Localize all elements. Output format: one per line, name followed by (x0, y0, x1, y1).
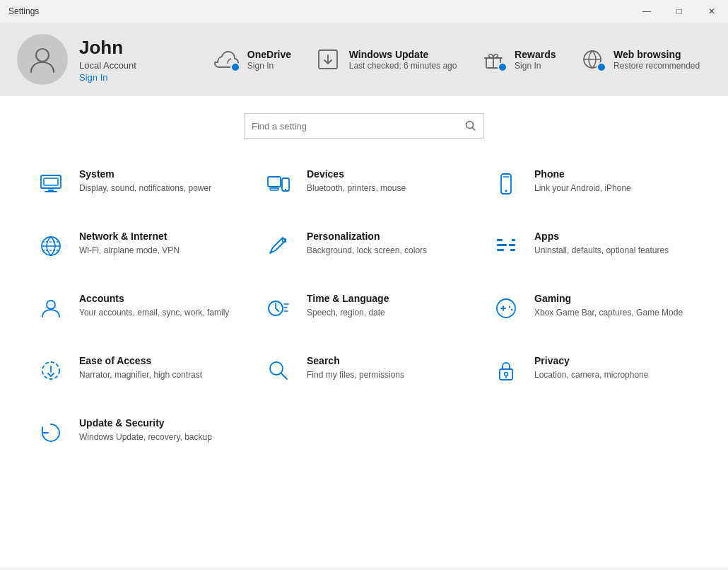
system-desc: Display, sound, notifications, power (79, 182, 211, 194)
accounts-name: Accounts (79, 293, 229, 304)
network-desc: Wi-Fi, airplane mode, VPN (79, 245, 180, 257)
svg-point-10 (285, 189, 286, 190)
web-browsing-desc: Restore recommended (613, 61, 700, 71)
search-bar (244, 113, 484, 139)
search-settings-icon (262, 354, 295, 388)
svg-point-15 (283, 239, 286, 243)
setting-update-security[interactable]: Update & Security Windows Update, recove… (28, 405, 245, 461)
rewards-icon-wrap (479, 45, 507, 74)
personalization-icon (262, 229, 295, 263)
svg-rect-17 (497, 244, 507, 246)
system-text: System Display, sound, notifications, po… (79, 167, 211, 194)
svg-point-22 (47, 301, 55, 309)
windows-update-icon-wrap (314, 45, 342, 74)
main-content: System Display, sound, notifications, po… (0, 144, 728, 567)
time-language-desc: Speech, region, date (307, 307, 389, 319)
setting-gaming[interactable]: Gaming Xbox Game Bar, captures, Game Mod… (483, 280, 700, 337)
system-icon (34, 167, 68, 201)
close-button[interactable]: ✕ (695, 0, 728, 23)
ease-of-access-desc: Narrator, magnifier, high contrast (79, 369, 202, 381)
profile-section: John Local Account Sign In (17, 34, 172, 85)
web-browsing-icon-wrap (578, 45, 606, 74)
service-rewards[interactable]: Rewards Sign In (474, 42, 561, 76)
settings-grid: System Display, sound, notifications, po… (28, 156, 700, 461)
network-text: Network & Internet Wi-Fi, airplane mode,… (79, 229, 180, 257)
setting-ease-of-access[interactable]: Ease of Access Narrator, magnifier, high… (28, 342, 245, 399)
svg-rect-16 (497, 239, 503, 241)
maximize-button[interactable]: □ (663, 0, 695, 23)
setting-personalization[interactable]: Personalization Background, lock screen,… (256, 218, 472, 274)
rewards-desc: Sign In (515, 61, 556, 71)
accounts-desc: Your accounts, email, sync, work, family (79, 307, 229, 319)
privacy-desc: Location, camera, microphone (534, 369, 648, 381)
apps-icon (489, 229, 523, 263)
setting-network[interactable]: Network & Internet Wi-Fi, airplane mode,… (28, 218, 245, 274)
svg-rect-20 (509, 244, 515, 246)
search-settings-desc: Find my files, permissions (307, 369, 404, 381)
svg-point-25 (509, 306, 511, 308)
header: John Local Account Sign In OneDrive Sign… (0, 23, 728, 96)
web-browsing-text: Web browsing Restore recommended (613, 49, 700, 71)
service-web-browsing[interactable]: Web browsing Restore recommended (573, 42, 705, 76)
setting-time-language[interactable]: Time & Language Speech, region, date (256, 280, 472, 337)
service-onedrive[interactable]: OneDrive Sign In (206, 42, 297, 76)
titlebar: Settings — □ ✕ (0, 0, 728, 23)
svg-rect-11 (270, 188, 278, 190)
time-language-text: Time & Language Speech, region, date (307, 291, 389, 319)
svg-point-24 (497, 299, 515, 318)
profile-name: John (79, 37, 136, 59)
devices-text: Devices Bluetooth, printers, mouse (307, 167, 406, 194)
setting-phone[interactable]: Phone Link your Android, iPhone (483, 156, 700, 212)
privacy-name: Privacy (534, 355, 648, 366)
ease-of-access-text: Ease of Access Narrator, magnifier, high… (79, 354, 202, 381)
setting-privacy[interactable]: Privacy Location, camera, microphone (483, 342, 700, 399)
profile-info: John Local Account Sign In (79, 37, 136, 83)
svg-point-0 (36, 49, 49, 62)
service-windows-update[interactable]: Windows Update Last checked: 6 minutes a… (308, 42, 463, 76)
update-security-desc: Windows Update, recovery, backup (79, 431, 212, 443)
profile-signin-link[interactable]: Sign In (79, 72, 136, 83)
header-services: OneDrive Sign In Windows Update Last che… (201, 42, 711, 76)
privacy-icon (489, 354, 523, 388)
rewards-name: Rewards (515, 49, 556, 60)
setting-devices[interactable]: Devices Bluetooth, printers, mouse (256, 156, 472, 212)
time-language-name: Time & Language (307, 293, 389, 304)
personalization-name: Personalization (307, 231, 427, 242)
personalization-desc: Background, lock screen, colors (307, 245, 427, 257)
network-name: Network & Internet (79, 231, 180, 242)
svg-rect-19 (512, 239, 515, 241)
minimize-button[interactable]: — (630, 0, 663, 23)
network-icon (34, 229, 68, 263)
svg-point-26 (511, 309, 513, 311)
web-browsing-status-dot (597, 62, 606, 72)
onedrive-desc: Sign In (247, 61, 291, 71)
system-name: System (79, 168, 211, 180)
web-browsing-name: Web browsing (613, 49, 700, 60)
apps-name: Apps (534, 231, 669, 242)
phone-text: Phone Link your Android, iPhone (534, 167, 631, 194)
onedrive-status-dot (230, 62, 240, 72)
setting-search[interactable]: Search Find my files, permissions (256, 342, 472, 399)
search-settings-text: Search Find my files, permissions (307, 354, 404, 381)
window-controls: — □ ✕ (630, 0, 728, 23)
svg-rect-18 (497, 249, 504, 251)
setting-apps[interactable]: Apps Uninstall, defaults, optional featu… (483, 218, 700, 274)
windows-update-desc: Last checked: 6 minutes ago (349, 61, 457, 71)
setting-accounts[interactable]: Accounts Your accounts, email, sync, wor… (28, 280, 245, 337)
search-input[interactable] (252, 121, 459, 132)
update-security-icon (34, 416, 68, 450)
onedrive-icon-wrap (212, 45, 240, 74)
personalization-text: Personalization Background, lock screen,… (307, 229, 427, 257)
apps-desc: Uninstall, defaults, optional features (534, 245, 669, 257)
search-section (0, 96, 728, 144)
profile-account-type: Local Account (79, 60, 136, 71)
accounts-text: Accounts Your accounts, email, sync, wor… (79, 291, 229, 319)
update-security-text: Update & Security Windows Update, recove… (79, 416, 212, 443)
setting-system[interactable]: System Display, sound, notifications, po… (28, 156, 245, 212)
phone-desc: Link your Android, iPhone (534, 182, 631, 194)
privacy-text: Privacy Location, camera, microphone (534, 354, 648, 381)
devices-desc: Bluetooth, printers, mouse (307, 182, 406, 194)
windows-update-name: Windows Update (349, 49, 457, 60)
app-title: Settings (8, 6, 39, 16)
onedrive-text: OneDrive Sign In (247, 49, 291, 71)
